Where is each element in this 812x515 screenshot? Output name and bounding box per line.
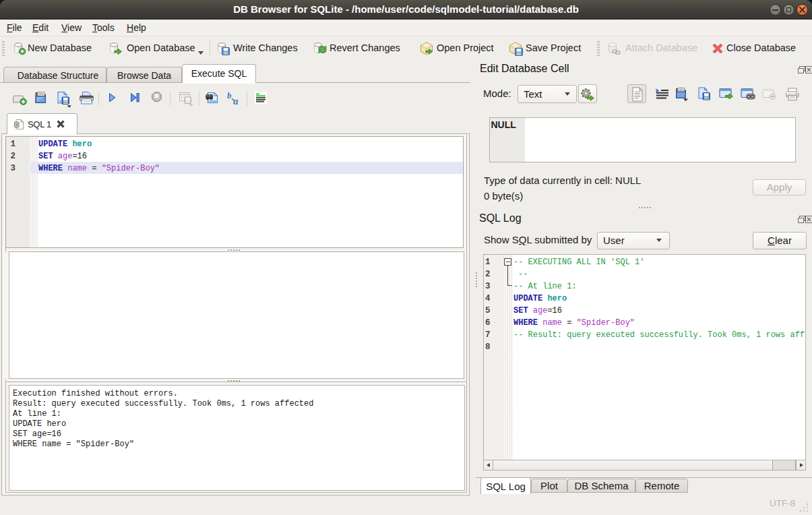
svg-text:b: b bbox=[227, 90, 232, 100]
